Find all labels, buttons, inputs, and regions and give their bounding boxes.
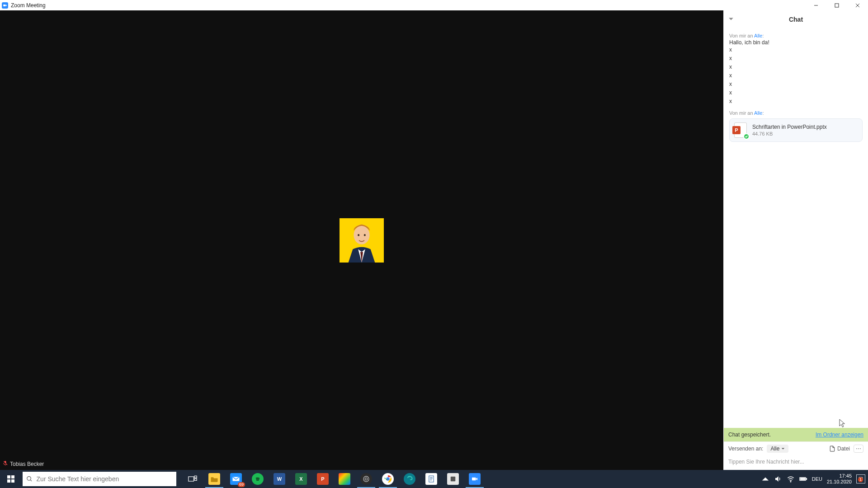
tray-overflow-button[interactable]	[761, 475, 769, 483]
file-name: Schriftarten in PowerPoint.pptx	[752, 124, 827, 130]
taskbar-app-file-explorer[interactable]	[203, 470, 225, 488]
taskbar-app-spotify[interactable]	[247, 470, 269, 488]
window-titlebar: Zoom Meeting	[0, 0, 868, 10]
chat-panel: Chat Von mir an Alle: Hallo, ich bin da!…	[723, 10, 868, 470]
svg-rect-1	[835, 4, 839, 7]
chat-message-line: x	[729, 54, 863, 63]
tray-wifi-icon[interactable]	[787, 475, 795, 483]
chat-message-line: x	[729, 46, 863, 54]
window-title: Zoom Meeting	[11, 2, 46, 9]
mic-muted-icon	[3, 460, 8, 467]
video-area[interactable]: Tobias Becker	[0, 10, 723, 470]
chat-message-line: x	[729, 97, 863, 106]
file-size: 44.76 KB	[752, 131, 827, 136]
svg-rect-16	[194, 479, 197, 480]
taskbar-app-powerpoint[interactable]: P	[312, 470, 334, 488]
chat-message-line: x	[729, 63, 863, 71]
svg-rect-25	[451, 477, 456, 482]
send-to-dropdown[interactable]: Alle	[767, 445, 788, 453]
system-tray: DEU 17:45 21.10.2020 1	[761, 473, 868, 485]
taskbar-app-obs[interactable]	[355, 470, 377, 488]
chat-message-line: x	[729, 80, 863, 89]
svg-rect-9	[11, 475, 14, 479]
show-in-folder-link[interactable]: Im Ordner anzeigen	[816, 432, 863, 438]
send-to-label: Versenden an:	[728, 446, 763, 452]
window-maximize-button[interactable]	[826, 0, 847, 10]
window-close-button[interactable]	[847, 0, 868, 10]
participant-name: Tobias Becker	[10, 461, 44, 467]
chat-input[interactable]	[728, 459, 863, 465]
svg-rect-14	[189, 477, 194, 481]
powerpoint-file-icon: P	[734, 122, 748, 138]
svg-point-12	[27, 477, 31, 480]
taskbar-app-chrome[interactable]	[377, 470, 399, 488]
chat-message-line: x	[729, 89, 863, 97]
notification-badge: 1	[858, 477, 863, 482]
svg-point-6	[358, 234, 359, 236]
upload-success-icon	[743, 133, 750, 140]
tray-clock[interactable]: 17:45 21.10.2020	[827, 473, 852, 485]
svg-point-26	[790, 481, 791, 482]
zoom-app-icon	[2, 2, 8, 9]
chat-collapse-button[interactable]	[728, 16, 734, 23]
tray-language[interactable]: DEU	[812, 476, 822, 482]
chat-message-header: Von mir an Alle:	[729, 110, 863, 116]
chat-message-line: Hallo, ich bin da!	[729, 39, 863, 46]
tray-notifications-button[interactable]: 1	[856, 474, 865, 483]
chat-send-row: Versenden an: Alle Datei ⋯	[724, 441, 868, 455]
search-icon	[26, 475, 33, 483]
taskbar-app-mail[interactable]: 69	[225, 470, 247, 488]
taskbar-app-word[interactable]: W	[269, 470, 290, 488]
svg-point-7	[364, 234, 366, 236]
tray-volume-icon[interactable]	[774, 475, 782, 483]
chat-title: Chat	[789, 16, 803, 23]
taskbar-app-edge[interactable]	[399, 470, 420, 488]
chat-file-attachment[interactable]: P Schriftarten in PowerPoint.pptx 44.76 …	[729, 118, 863, 142]
chat-saved-banner: Chat gespeichert. Im Ordner anzeigen	[724, 428, 868, 441]
chat-message-header: Von mir an Alle:	[729, 33, 863, 38]
participant-avatar	[340, 218, 384, 263]
window-minimize-button[interactable]	[806, 0, 826, 10]
svg-rect-8	[7, 475, 10, 479]
svg-rect-15	[194, 476, 197, 478]
taskbar-app-generic-1[interactable]	[334, 470, 355, 488]
svg-rect-29	[800, 478, 805, 480]
chat-header: Chat	[724, 10, 868, 28]
taskbar-search[interactable]	[23, 472, 176, 486]
svg-line-13	[30, 480, 32, 481]
taskbar-app-generic-2[interactable]	[442, 470, 464, 488]
taskbar: 69 W X P DEU 17:45 21.10.2020 1	[0, 470, 868, 488]
svg-point-18	[365, 478, 367, 480]
tray-battery-icon[interactable]	[799, 475, 807, 483]
chat-messages[interactable]: Von mir an Alle: Hallo, ich bin da! x x …	[724, 28, 868, 428]
svg-rect-28	[806, 479, 807, 480]
task-view-button[interactable]	[182, 470, 203, 488]
mail-badge: 69	[238, 482, 245, 487]
taskbar-search-input[interactable]	[37, 475, 176, 483]
taskbar-app-excel[interactable]: X	[290, 470, 312, 488]
chat-saved-text: Chat gespeichert.	[728, 432, 771, 438]
participant-name-overlay: Tobias Becker	[3, 460, 44, 467]
chat-input-area	[724, 455, 868, 470]
start-button[interactable]	[0, 470, 22, 488]
chat-more-button[interactable]: ⋯	[854, 445, 863, 453]
svg-rect-10	[7, 479, 10, 483]
svg-point-17	[363, 476, 369, 482]
taskbar-app-notepad[interactable]	[420, 470, 442, 488]
chat-message-line: x	[729, 71, 863, 80]
attach-file-button[interactable]: Datei	[829, 446, 850, 452]
svg-rect-11	[11, 479, 14, 483]
taskbar-app-zoom[interactable]	[464, 470, 486, 488]
